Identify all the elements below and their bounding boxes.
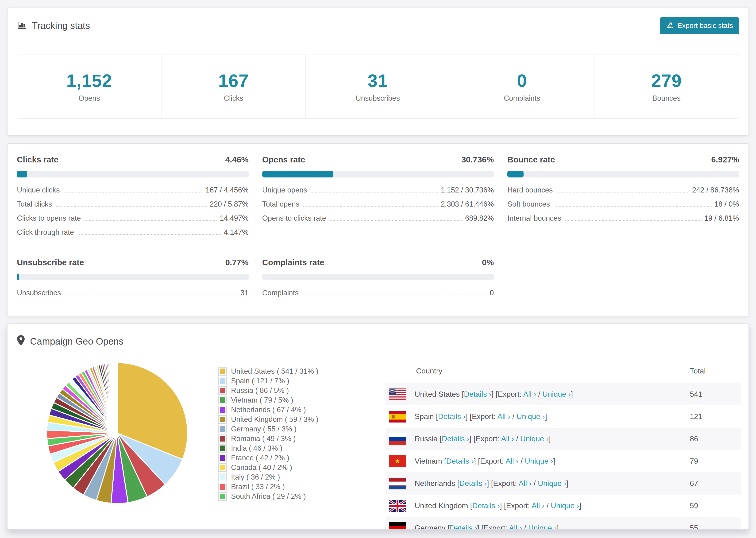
stat-cell-complaints: 0Complaints <box>450 54 594 118</box>
export-all-link[interactable]: All › <box>519 479 531 488</box>
campaign-geo-opens-title-text: Campaign Geo Opens <box>30 336 124 347</box>
campaign-geo-opens-title: Campaign Geo Opens <box>17 335 124 348</box>
rate-detail-label: Unsubscribes <box>17 289 61 297</box>
export-unique-link[interactable]: Unique › <box>520 435 549 443</box>
legend-item-italy[interactable]: Italy ( 36 / 2% ) <box>218 473 318 481</box>
stat-cell-bounces: 279Bounces <box>594 54 739 118</box>
tracking-stats-card: Tracking stats Export basic stats 1,152O… <box>7 7 749 136</box>
rate-detail-label: Click through rate <box>17 228 74 237</box>
export-all-link[interactable]: All › <box>497 412 510 421</box>
geo-table-row-russia: Russia [Details ›] [Export: All › / Uniq… <box>386 428 741 450</box>
export-all-link[interactable]: All › <box>509 524 522 529</box>
geo-table-row-spain: Spain [Details ›] [Export: All › / Uniqu… <box>386 405 741 428</box>
country-name: United States <box>415 390 462 398</box>
country-name: Germany <box>415 524 448 529</box>
rate-section-bounce-rate: Bounce rate6.927%Hard bounces242 / 86.73… <box>507 155 739 242</box>
export-unique-link[interactable]: Unique › <box>538 479 566 488</box>
geo-table-row-united-states: United States [Details ›] [Export: All ›… <box>386 383 741 405</box>
export-all-link[interactable]: All › <box>531 501 544 510</box>
legend-item-united-states[interactable]: United States ( 541 / 31% ) <box>218 367 318 376</box>
legend-item-france[interactable]: France ( 42 / 2% ) <box>218 454 318 462</box>
export-all-link[interactable]: All › <box>501 435 514 443</box>
rate-detail-value: 1,152 / 30.736% <box>441 186 494 194</box>
legend-item-germany[interactable]: Germany ( 55 / 3% ) <box>218 425 318 433</box>
bracket: [ <box>457 479 459 488</box>
rate-detail-rows: Hard bounces242 / 86.738%Soft bounces18 … <box>507 186 739 223</box>
rate-detail-rows: Unique clicks167 / 4.456%Total clicks220… <box>17 186 249 237</box>
export-unique-link[interactable]: Unique › <box>542 390 571 398</box>
export-basic-stats-button[interactable]: Export basic stats <box>660 17 739 34</box>
dotted-leader <box>56 206 207 207</box>
ru-flag-icon <box>389 433 406 445</box>
details-link[interactable]: Details › <box>472 501 500 510</box>
rate-section-head: Opens rate30.736% <box>262 155 494 164</box>
rate-section-clicks-rate: Clicks rate4.46%Unique clicks167 / 4.456… <box>17 155 249 242</box>
legend-label: United Kingdom ( 59 / 3% ) <box>231 415 318 424</box>
details-link[interactable]: Details › <box>442 435 469 443</box>
export-all-link[interactable]: All › <box>506 457 518 465</box>
legend-swatch <box>218 454 227 462</box>
export-prefix: ] [Export: <box>487 479 519 488</box>
legend-swatch <box>218 405 227 414</box>
legend-item-romania[interactable]: Romania ( 49 / 3% ) <box>218 435 318 443</box>
details-link[interactable]: Details › <box>438 412 465 421</box>
legend-label: Vietnam ( 79 / 5% ) <box>231 396 293 404</box>
rate-detail-row: Total opens2,303 / 61.446% <box>262 200 494 208</box>
rate-detail-label: Opens to clicks rate <box>262 214 326 223</box>
country-name: Netherlands <box>415 479 457 488</box>
export-all-link[interactable]: All › <box>523 390 536 398</box>
rate-value: 30.736% <box>461 155 494 164</box>
legend-item-united-kingdom[interactable]: United Kingdom ( 59 / 3% ) <box>218 415 318 424</box>
dotted-leader <box>84 220 217 221</box>
rate-detail-value: 689.82% <box>465 214 494 223</box>
total-cell: 59 <box>690 501 698 510</box>
geo-table-body: United States [Details ›] [Export: All ›… <box>386 383 741 529</box>
export-unique-link[interactable]: Unique › <box>525 457 553 465</box>
legend-item-brazil[interactable]: Brazil ( 33 / 2% ) <box>218 483 318 491</box>
dotted-leader <box>303 206 438 207</box>
bracket: ] <box>545 412 547 421</box>
details-link[interactable]: Details › <box>464 390 491 398</box>
export-unique-link[interactable]: Unique › <box>551 501 579 510</box>
rate-detail-value: 14.497% <box>220 214 248 223</box>
slash: / <box>544 501 551 510</box>
details-link[interactable]: Details › <box>446 457 474 465</box>
details-link[interactable]: Details › <box>459 479 487 488</box>
total-cell: 67 <box>690 479 698 488</box>
details-link[interactable]: Details › <box>450 524 477 529</box>
legend-swatch <box>218 367 227 376</box>
geo-table-row-germany: Germany [Details ›] [Export: All › / Uni… <box>386 517 741 529</box>
rate-detail-row: Total clicks220 / 5.87% <box>17 200 249 208</box>
rate-title: Bounce rate <box>507 155 555 164</box>
legend-item-canada[interactable]: Canada ( 40 / 2% ) <box>218 463 318 472</box>
rate-detail-row: Internal bounces19 / 6.81% <box>507 214 739 223</box>
country-name: Vietnam <box>415 457 444 465</box>
total-cell: 55 <box>690 524 698 529</box>
map-pin-icon <box>17 335 25 348</box>
legend-item-india[interactable]: India ( 46 / 3% ) <box>218 444 318 453</box>
country-name: Spain <box>415 412 436 421</box>
stat-label: Unsubscribes <box>356 94 400 103</box>
export-unique-link[interactable]: Unique › <box>528 524 557 529</box>
dotted-leader <box>78 234 221 235</box>
rate-progress-fill <box>507 171 523 178</box>
bracket: [ <box>444 457 446 465</box>
legend-item-russia[interactable]: Russia ( 86 / 5% ) <box>218 386 318 395</box>
geo-table-row-united-kingdom: United Kingdom [Details ›] [Export: All … <box>386 495 741 517</box>
us-flag-icon <box>389 389 406 400</box>
export-unique-link[interactable]: Unique › <box>516 412 545 421</box>
legend-item-spain[interactable]: Spain ( 121 / 7% ) <box>218 377 318 385</box>
rate-progress-fill <box>262 171 333 178</box>
rate-value: 6.927% <box>711 155 739 164</box>
stat-value: 167 <box>218 71 249 91</box>
legend-item-vietnam[interactable]: Vietnam ( 79 / 5% ) <box>218 396 318 404</box>
pie-slice-other-57 <box>117 363 117 433</box>
rate-title: Complaints rate <box>262 258 324 267</box>
rate-title: Unsubscribe rate <box>17 258 84 267</box>
geo-table-row-netherlands: Netherlands [Details ›] [Export: All › /… <box>386 472 741 495</box>
bar-chart-icon <box>17 20 27 32</box>
stat-cell-unsubscribes: 31Unsubscribes <box>306 54 450 118</box>
legend-item-netherlands[interactable]: Netherlands ( 67 / 4% ) <box>218 405 318 414</box>
legend-swatch <box>218 444 227 453</box>
legend-item-south-africa[interactable]: South Africa ( 29 / 2% ) <box>218 492 318 501</box>
